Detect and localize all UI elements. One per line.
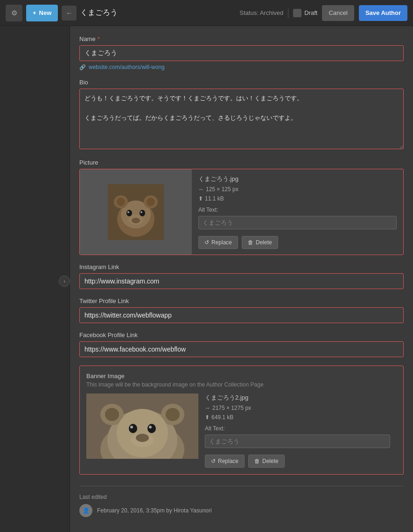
banner-size-meta: ↔ 2175 × 1275 px [205,405,390,411]
chevron-right-icon: › [63,278,65,284]
svg-point-26 [131,433,154,447]
replace-banner-button[interactable]: ↺ Replace [205,455,245,468]
banner-info: くまごろう2.jpg ↔ 2175 × 1275 px ⬆ 649.1 kB A… [198,394,397,468]
picture-thumbnail [80,169,192,255]
facebook-field-group: Facebook Profile Link [79,332,404,357]
svg-point-8 [140,210,145,216]
gear-icon: ⚙ [11,9,17,17]
svg-point-21 [129,424,137,433]
banner-weight-meta: ⬆ 649.1 kB [205,414,390,421]
picture-box: くまごろう.jpg ↔ 125 × 125 px ⬆ 11.1 kB Alt T… [79,169,404,255]
name-field-group: Name * 🔗 website.com/authors/will-wong [79,35,404,70]
size-icon: ↔ [198,186,204,193]
svg-point-12 [128,214,143,225]
bio-label: Bio [79,79,404,86]
svg-point-23 [130,426,133,428]
replace-icon: ↺ [204,239,209,246]
replace-banner-icon: ↺ [211,458,216,464]
banner-actions: ↺ Replace 🗑 Delete [205,455,390,468]
name-input[interactable] [79,45,404,61]
banner-title: Banner Image [86,373,397,380]
avatar-icon: 👤 [83,507,90,514]
avatar: 👤 [79,504,92,517]
back-icon: ← [66,9,73,17]
bio-field-group: Bio どうも！くまごろうです。そうです！くまごろうです。はい！くまごろうです。… [79,79,404,151]
last-edited-row: 👤 February 20, 2016, 3:35pm by Hirota Ya… [79,504,404,517]
weight-icon: ⬆ [198,195,203,202]
banner-filename: くまごろう2.jpg [205,394,390,402]
instagram-field-group: Instagram Link [79,263,404,289]
required-indicator: * [98,35,100,42]
banner-size-icon: ↔ [205,405,210,411]
delete-picture-button[interactable]: 🗑 Delete [242,236,278,249]
main-content: Name * 🔗 website.com/authors/will-wong B… [70,26,413,532]
link-icon: 🔗 [79,64,86,70]
svg-point-24 [149,426,152,428]
sidebar-toggle[interactable]: › [59,276,70,287]
twitter-field-group: Twitter Profile Link [79,297,404,323]
new-label: New [39,9,52,16]
replace-picture-button[interactable]: ↺ Replace [198,236,238,249]
delete-banner-button[interactable]: 🗑 Delete [248,455,285,468]
gear-button[interactable]: ⚙ [6,5,22,21]
banner-thumbnail [86,394,198,459]
last-edited-title: Last edited [79,494,404,500]
banner-box: Banner Image This image will be the back… [79,366,404,475]
instagram-label: Instagram Link [79,263,404,270]
svg-point-6 [147,198,155,206]
twitter-label: Twitter Profile Link [79,297,404,304]
banner-alt-label: Alt Text: [205,425,390,432]
bear-image-large [86,394,198,459]
plus-icon: + [33,9,36,16]
picture-field-group: Picture [79,159,404,255]
trash-banner-icon: 🗑 [254,458,260,464]
picture-size-meta: ↔ 125 × 125 px [198,186,397,193]
banner-alt-input[interactable] [205,435,390,448]
trash-icon: 🗑 [248,239,253,246]
draft-toggle[interactable]: Draft [293,9,317,17]
svg-point-5 [117,198,125,206]
facebook-input[interactable] [79,341,404,357]
banner-weight-icon: ⬆ [205,414,210,421]
draft-label: Draft [304,9,317,16]
divider [288,8,288,18]
bear-image-small [108,184,164,240]
banner-subtitle: This image will be the background image … [86,381,397,388]
topbar-right: Status: Archived Draft Cancel Save Autho… [239,5,407,21]
picture-filename: くまごろう.jpg [198,175,397,183]
back-button[interactable]: ← [62,6,77,21]
svg-point-22 [147,424,156,433]
svg-point-9 [127,211,129,213]
last-edited-text: February 20, 2016, 3:35pm by Hirota Yasu… [97,507,212,514]
slug-row: 🔗 website.com/authors/will-wong [79,64,404,70]
page-title: くまごろう [80,8,118,18]
cancel-button[interactable]: Cancel [322,5,354,21]
save-button[interactable]: Save Author [359,5,407,21]
picture-alt-input[interactable] [198,216,397,229]
banner-content: くまごろう2.jpg ↔ 2175 × 1275 px ⬆ 649.1 kB A… [86,394,397,468]
picture-weight-meta: ⬆ 11.1 kB [198,195,397,202]
alt-text-label: Alt Text: [198,207,397,213]
svg-point-10 [140,211,142,213]
facebook-label: Facebook Profile Link [79,332,404,339]
picture-actions: ↺ Replace 🗑 Delete [198,236,397,249]
twitter-input[interactable] [79,307,404,323]
topbar: ⚙ + New ← くまごろう Status: Archived Draft C… [0,0,413,26]
name-label: Name * [79,35,404,42]
svg-point-18 [105,408,119,421]
svg-point-7 [126,210,132,216]
draft-checkbox[interactable] [293,9,301,17]
picture-info: くまごろう.jpg ↔ 125 × 125 px ⬆ 11.1 kB Alt T… [192,169,403,255]
slug-url: website.com/authors/will-wong [89,64,165,70]
status-text: Status: Archived [239,9,283,16]
layout: › Name * 🔗 website.com/authors/will-wong… [0,26,413,532]
picture-label: Picture [79,159,404,166]
instagram-input[interactable] [79,273,404,289]
new-button[interactable]: + New [26,5,58,21]
svg-point-19 [166,408,180,421]
sidebar: › [0,26,70,532]
bio-textarea[interactable]: どうも！くまごろうです。そうです！くまごろうです。はい！くまごろうです。 くまご… [79,89,404,149]
banner-field-group: Banner Image This image will be the back… [79,366,404,475]
last-edited-section: Last edited 👤 February 20, 2016, 3:35pm … [79,486,404,517]
topbar-left: ⚙ + New ← くまごろう [6,5,118,21]
